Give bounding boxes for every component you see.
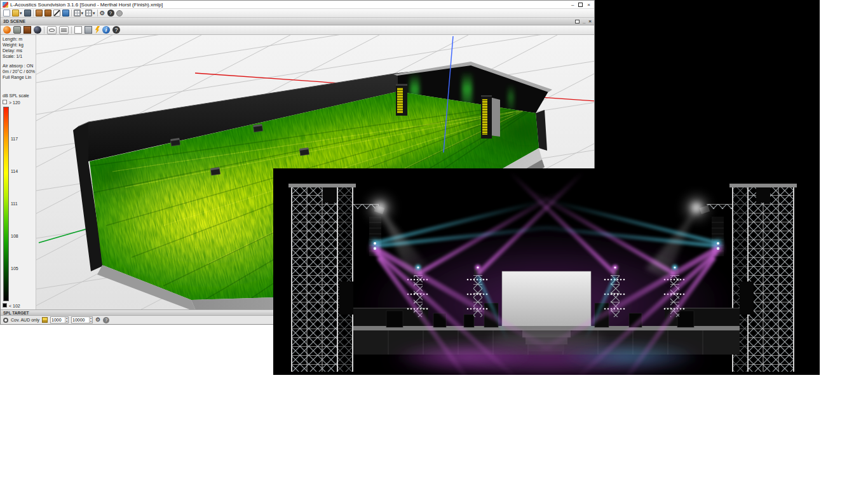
minimize-button[interactable]: –: [571, 2, 574, 8]
panel-close-icon[interactable]: ×: [588, 18, 592, 24]
coverage-label: Cov. AUD only: [11, 318, 39, 322]
scale-tick: 111: [11, 201, 18, 207]
matrix-table-icon[interactable]: [85, 10, 92, 17]
draw-tool-icon[interactable]: [53, 10, 60, 17]
world-view-icon[interactable]: [34, 26, 41, 34]
speaker-stack-right-low: [740, 281, 754, 315]
mapping-select-button[interactable]: [59, 26, 69, 34]
toolbar-separator: [44, 27, 44, 34]
legend-swatch-under: [3, 303, 7, 308]
new-document-icon[interactable]: [3, 10, 10, 17]
array-table-icon[interactable]: [74, 10, 81, 17]
unit-scale: Scale: 1/1: [3, 54, 22, 59]
spin-down-icon[interactable]: ▾: [90, 320, 92, 323]
maximize-button[interactable]: [578, 3, 583, 7]
panel-float-icon[interactable]: [575, 20, 580, 24]
legend-sidebar: Length: m Weight: kg Delay: ms Scale: 1/…: [1, 35, 36, 309]
scene-toolbar: i ?: [1, 25, 594, 35]
ellipse-icon: [49, 29, 55, 32]
frequency-low-stepper[interactable]: ▴▾: [50, 316, 69, 323]
unit-length: Length: m: [3, 37, 22, 42]
report-page-icon[interactable]: [74, 26, 82, 34]
close-button[interactable]: ×: [587, 2, 590, 8]
scale-tick: 114: [11, 169, 18, 174]
scene-help-icon[interactable]: ?: [112, 26, 120, 34]
range-mode: Full Range Lin: [3, 75, 31, 80]
printer-icon[interactable]: [85, 26, 92, 34]
mapping-lines-icon: [61, 29, 67, 32]
toolbar-separator: [71, 27, 72, 34]
audience-coverage-icon[interactable]: [42, 317, 48, 323]
unit-weight: Weight: kg: [3, 43, 24, 48]
scale-tick: 108: [11, 234, 18, 239]
legend-swatch-over: [3, 100, 7, 104]
stage-render-image: [273, 168, 820, 375]
frequency-high-stepper[interactable]: ▴▾: [71, 316, 93, 323]
frequency-low-input[interactable]: [51, 317, 65, 323]
app-icon: [3, 2, 8, 8]
speaker-cluster-right-top: [756, 187, 770, 203]
cabinet-view-icon[interactable]: [24, 26, 31, 34]
scale-tick: 105: [11, 266, 18, 271]
frequency-high-input[interactable]: [72, 317, 89, 323]
climate-values: 0m / 20°C / 60%: [3, 69, 35, 74]
scale-tick: 117: [11, 137, 18, 142]
array-table-dropdown-icon[interactable]: ▾: [81, 11, 84, 16]
panel-minimize-icon[interactable]: _: [583, 18, 585, 24]
scene-panel-title: 3D SCENE: [3, 19, 25, 24]
settings-gear-icon[interactable]: ⚙: [100, 10, 105, 17]
info-icon[interactable]: i: [102, 26, 110, 34]
speaker-stack-icon[interactable]: [44, 10, 51, 17]
spl-color-scale: [3, 107, 9, 301]
toolbar-separator: [97, 10, 98, 17]
matrix-table-dropdown-icon[interactable]: ▾: [93, 11, 95, 16]
stage-render-canvas: [273, 168, 820, 375]
orbit-view-icon[interactable]: [3, 26, 11, 34]
title-bar[interactable]: L-Acoustics Soundvision 3.1.6 [Sound - M…: [1, 1, 594, 9]
air-absorption: Air absorp : ON: [3, 64, 33, 69]
main-toolbar: ▾ ▾ ▾ ⚙ ?: [1, 9, 594, 18]
compute-lightning-icon[interactable]: [95, 26, 100, 34]
spl-scale-title: dB SPL scale: [3, 93, 29, 98]
speaker-cabinet-icon[interactable]: [36, 10, 43, 17]
projection-screen: [502, 271, 591, 327]
window-title: L-Acoustics Soundvision 3.1.6 [Sound - M…: [10, 2, 571, 8]
ellipse-select-button[interactable]: [47, 26, 57, 34]
toolbar-separator: [71, 10, 72, 17]
coverage-radio[interactable]: [3, 318, 8, 323]
spl-target-title: SPL TARGET: [3, 311, 29, 315]
source-tool-icon[interactable]: [62, 10, 69, 17]
open-project-icon[interactable]: [12, 10, 19, 17]
desktop: L-Acoustics Soundvision 3.1.6 [Sound - M…: [0, 0, 868, 488]
scene-panel-header[interactable]: 3D SCENE _ ×: [1, 18, 594, 25]
status-indicator-icon: [116, 10, 123, 17]
help-icon[interactable]: ?: [107, 10, 114, 17]
toolbar-separator: [33, 10, 34, 17]
unit-delay: Delay: ms: [3, 48, 22, 53]
spl-help-icon[interactable]: ?: [103, 317, 109, 323]
legend-under-label: < 102: [9, 304, 20, 309]
spin-down-icon[interactable]: ▾: [65, 320, 68, 323]
camera-view-icon[interactable]: [13, 26, 21, 34]
open-dropdown-icon[interactable]: ▾: [20, 11, 22, 16]
legend-over-label: > 120: [9, 100, 20, 105]
spl-settings-gear-icon[interactable]: ⚙: [95, 316, 100, 323]
speaker-cluster-left-top: [323, 187, 337, 203]
save-icon[interactable]: [24, 10, 31, 17]
speaker-stack-left-low: [339, 281, 353, 315]
